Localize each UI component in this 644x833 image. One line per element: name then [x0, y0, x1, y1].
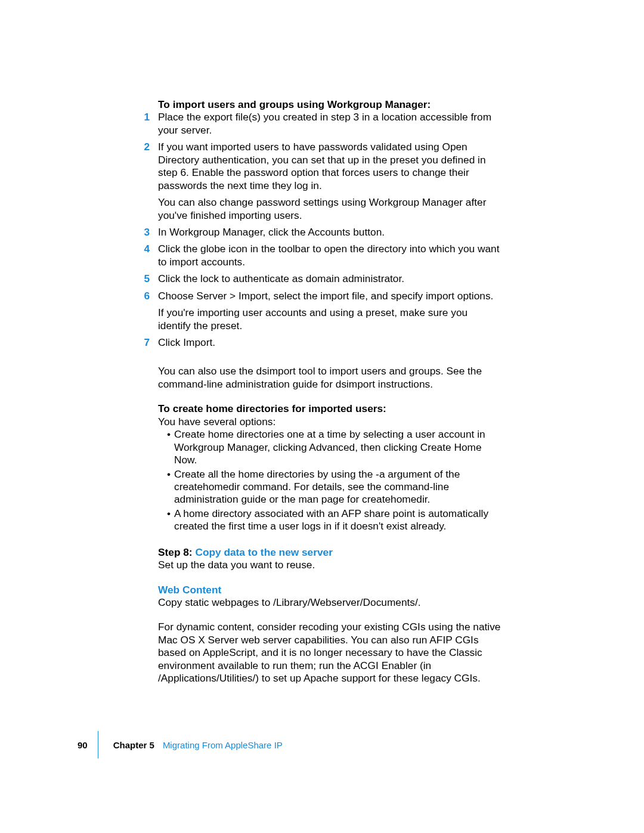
step-3: 3 In Workgroup Manager, click the Accoun…: [158, 226, 501, 239]
bullet-list: Create home directories one at a time by…: [158, 428, 501, 533]
step-text: If you want imported users to have passw…: [158, 141, 501, 192]
document-page: To import users and groups using Workgro…: [0, 0, 644, 833]
step-text: Choose Server > Import, select the impor…: [158, 290, 501, 302]
section-tail-paragraph: You can also use the dsimport tool to im…: [158, 365, 501, 391]
section-heading-import: To import users and groups using Workgro…: [158, 98, 501, 111]
step-text: Click the globe icon in the toolbar to o…: [158, 243, 501, 268]
step-number: 1: [132, 111, 150, 123]
step-number: 4: [132, 243, 150, 255]
step-text: Click Import.: [158, 336, 501, 349]
step-text: In Workgroup Manager, click the Accounts…: [158, 226, 501, 239]
list-item: Create home directories one at a time by…: [167, 428, 501, 466]
step-text: Place the export file(s) you created in …: [158, 111, 501, 137]
step-5: 5 Click the lock to authenticate as doma…: [158, 272, 501, 285]
step-7: 7 Click Import.: [158, 336, 501, 349]
web-content-heading: Web Content: [158, 584, 501, 596]
web-content-p1: Copy static webpages to /Library/Webserv…: [158, 596, 501, 609]
step8-title: Copy data to the new server: [195, 546, 332, 558]
step-number: 3: [132, 226, 150, 239]
list-item: A home directory associated with an AFP …: [167, 507, 501, 533]
section-intro: You have several options:: [158, 416, 501, 428]
page-number: 90: [78, 740, 88, 750]
step-number: 5: [132, 272, 150, 285]
step-number: 6: [132, 290, 150, 302]
step-number: 2: [132, 141, 150, 153]
page-footer: 90 Chapter 5 Migrating From AppleShare I…: [78, 731, 283, 758]
step8-label: Step 8:: [158, 546, 195, 558]
section-heading-homedirs: To create home directories for imported …: [158, 402, 501, 415]
step8-body: Set up the data you want to reuse.: [158, 559, 501, 571]
page-content: To import users and groups using Workgro…: [158, 98, 501, 685]
step-4: 4 Click the globe icon in the toolbar to…: [158, 243, 501, 268]
step-2: 2 If you want imported users to have pas…: [158, 141, 501, 222]
footer-divider: [98, 731, 98, 758]
step8-heading: Step 8: Copy data to the new server: [158, 546, 501, 559]
step-6: 6 Choose Server > Import, select the imp…: [158, 290, 501, 332]
chapter-title: Migrating From AppleShare IP: [163, 740, 283, 750]
step-text: You can also change password settings us…: [158, 196, 501, 222]
step-1: 1 Place the export file(s) you created i…: [158, 111, 501, 137]
list-item: Create all the home directories by using…: [167, 468, 501, 506]
web-content-p2: For dynamic content, consider recoding y…: [158, 621, 501, 685]
chapter-label: Chapter 5: [113, 740, 154, 750]
step-text: Click the lock to authenticate as domain…: [158, 272, 501, 285]
step-text: If you're importing user accounts and us…: [158, 306, 501, 332]
step-number: 7: [132, 336, 150, 349]
